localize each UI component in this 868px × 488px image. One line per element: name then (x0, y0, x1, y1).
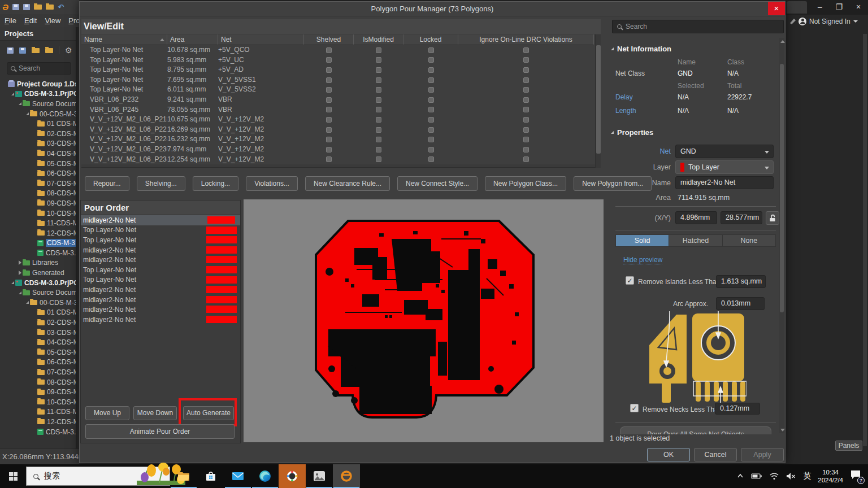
menu-item-pro[interactable]: Pro (68, 16, 79, 25)
ignore-drc-checkbox[interactable] (523, 47, 529, 53)
polygon-table-row[interactable]: V_V_+12V_M2_L06_P23412.254 sq.mmV_V_+12V… (81, 155, 594, 165)
ignore-drc-checkbox[interactable] (523, 137, 529, 142)
tree-item-10-cds-m[interactable]: 10-CDS-M (0, 208, 76, 219)
ok-button[interactable]: OK (647, 448, 690, 461)
taskbar-store[interactable] (197, 464, 224, 488)
tree-item-02-cds-m[interactable]: 02-CDS-M (0, 317, 76, 328)
polygon-table-row[interactable]: Top Layer-No Net6.011 sq.mmV_V_5VSS2 (81, 85, 594, 95)
locked-checkbox[interactable] (428, 87, 434, 93)
tree-item-01-cds-m[interactable]: 01 CDS-M- (0, 308, 76, 318)
table-scrollbar-thumb[interactable] (596, 45, 601, 154)
column-header-area[interactable]: Area (167, 34, 218, 45)
ismodified-checkbox[interactable] (376, 97, 381, 103)
new-polygon-class-button[interactable]: New Polygon Class... (485, 176, 566, 191)
tree-item-03-cds-m[interactable]: 03-CDS-M (0, 328, 76, 338)
ignore-drc-checkbox[interactable] (523, 87, 529, 93)
tree-expand-icon[interactable] (17, 291, 23, 294)
editor-scrollbar[interactable] (863, 34, 867, 446)
tree-item-generated[interactable]: Generated (0, 268, 76, 278)
tree-item-03-cds-m[interactable]: 03-CDS-M (0, 139, 76, 149)
remove-necks-checkbox[interactable]: ✓ (630, 404, 639, 412)
shelved-checkbox[interactable] (326, 87, 332, 93)
pour-order-item[interactable]: midlayer2-No Net (81, 215, 240, 225)
polygon-table-row[interactable]: Top Layer-No Net8.795 sq.mm+5V_AD (81, 65, 594, 75)
ismodified-checkbox[interactable] (376, 117, 381, 123)
ignore-drc-checkbox[interactable] (523, 117, 529, 123)
properties-section-header[interactable]: Properties (611, 128, 653, 137)
ime-indicator[interactable]: 英 (803, 471, 811, 481)
mute-speaker-icon[interactable] (786, 472, 796, 481)
ignore-drc-checkbox[interactable] (523, 127, 529, 133)
tree-expand-icon[interactable] (24, 112, 30, 115)
ismodified-checkbox[interactable] (376, 147, 381, 152)
tree-item-08-cds-m[interactable]: 08-CDS-M (0, 377, 76, 387)
locking-button[interactable]: Locking... (193, 176, 238, 191)
save-project-icon[interactable] (7, 47, 14, 54)
arc-approx-input[interactable]: 0.013mm (716, 297, 765, 310)
locked-checkbox[interactable] (428, 107, 434, 112)
properties-scrollbar-thumb[interactable] (780, 64, 784, 312)
shelved-checkbox[interactable] (326, 47, 332, 53)
compile-icon[interactable] (19, 47, 26, 54)
polygon-table-row[interactable]: V_V_+12V_M2_L06_P2307.974 sq.mmV_V_+12V_… (81, 145, 594, 155)
polygon-table-row[interactable]: VBR_L06_P2329.241 sq.mmVBR (81, 95, 594, 105)
tree-item-04-cds-m[interactable]: 04-CDS-M (0, 149, 76, 159)
folder-search-icon[interactable] (32, 48, 40, 53)
shelved-checkbox[interactable] (326, 147, 332, 152)
cancel-button[interactable]: Cancel (694, 448, 737, 461)
tree-expand-icon[interactable] (17, 102, 23, 105)
tree-expand-icon[interactable] (17, 271, 23, 275)
shelved-checkbox[interactable] (326, 67, 332, 73)
shelved-checkbox[interactable] (326, 127, 332, 133)
shelved-checkbox[interactable] (326, 156, 332, 162)
table-scrollbar[interactable] (595, 34, 601, 168)
ismodified-checkbox[interactable] (376, 87, 381, 93)
taskbar-viewer-app[interactable] (306, 464, 333, 488)
tree-item-05-cds-m[interactable]: 05-CDS-M (0, 347, 76, 358)
remove-islands-checkbox[interactable]: ✓ (626, 276, 634, 285)
pour-order-item[interactable]: Top Layer-No Net (81, 235, 240, 245)
clock[interactable]: 10:34 2024/2/4 (818, 468, 843, 484)
pour-order-item[interactable]: midlayer2-No Net (81, 295, 240, 305)
tree-item-cds-m-3-1-t[interactable]: CDS-M-3.1-t (0, 248, 76, 258)
move-down-button[interactable]: Move Down (133, 406, 177, 420)
tree-item-07-cds-m[interactable]: 07-CDS-M (0, 178, 76, 189)
properties-scrollbar[interactable] (779, 38, 784, 433)
save-icon[interactable] (12, 4, 19, 10)
locked-checkbox[interactable] (428, 147, 434, 152)
taskbar-media-app[interactable] (279, 464, 306, 488)
ni-delay-label[interactable]: Delay (615, 93, 633, 101)
tree-item-02-cds-m[interactable]: 02-CDS-M (0, 129, 76, 139)
new-clearance-rule-button[interactable]: New Clearance Rule... (305, 176, 390, 191)
tree-item-cds-m-3-0-p[interactable]: CDS-M-3.0.P (0, 427, 76, 437)
pour-order-item[interactable]: midlayer2-No Net (81, 285, 240, 295)
tree-expand-icon[interactable] (24, 301, 30, 304)
scroll-up-icon[interactable] (780, 40, 785, 43)
menu-item-edit[interactable]: Edit (24, 16, 37, 25)
ignore-drc-checkbox[interactable] (523, 57, 529, 63)
pour-order-item[interactable]: midlayer2-No Net (81, 315, 240, 325)
tree-item-00-cds-m-3[interactable]: 00-CDS-M-3. (0, 298, 76, 308)
x-input[interactable]: 4.896mm (675, 211, 717, 224)
sign-in-area[interactable]: Not Signed In (785, 15, 868, 28)
tree-item-11-cds-m[interactable]: 11-CDS-M (0, 218, 76, 228)
scroll-down-icon[interactable] (780, 429, 785, 432)
gear-icon[interactable]: ⚙ (65, 46, 72, 55)
locked-checkbox[interactable] (428, 97, 434, 103)
tree-item-07-cds-m[interactable]: 07-CDS-M (0, 367, 76, 377)
hide-preview-link[interactable]: Hide preview (623, 256, 662, 264)
ismodified-checkbox[interactable] (376, 107, 381, 112)
layer-dropdown[interactable]: Top Layer (675, 160, 774, 174)
tree-item-cds-m-3-1-prjpc[interactable]: CDS-M-3.1.PrjPC (0, 89, 76, 99)
move-up-button[interactable]: Move Up (85, 406, 129, 420)
shelved-checkbox[interactable] (326, 107, 332, 112)
ismodified-checkbox[interactable] (376, 57, 381, 63)
locked-checkbox[interactable] (428, 57, 434, 63)
tree-item-05-cds-m[interactable]: 05-CDS-M (0, 159, 76, 169)
taskbar-altium[interactable] (333, 464, 360, 488)
net-label[interactable]: Net (614, 147, 671, 155)
locked-checkbox[interactable] (428, 137, 434, 142)
wifi-icon[interactable] (769, 472, 779, 481)
column-header-locked[interactable]: Locked (403, 34, 458, 45)
ignore-drc-checkbox[interactable] (523, 77, 529, 83)
